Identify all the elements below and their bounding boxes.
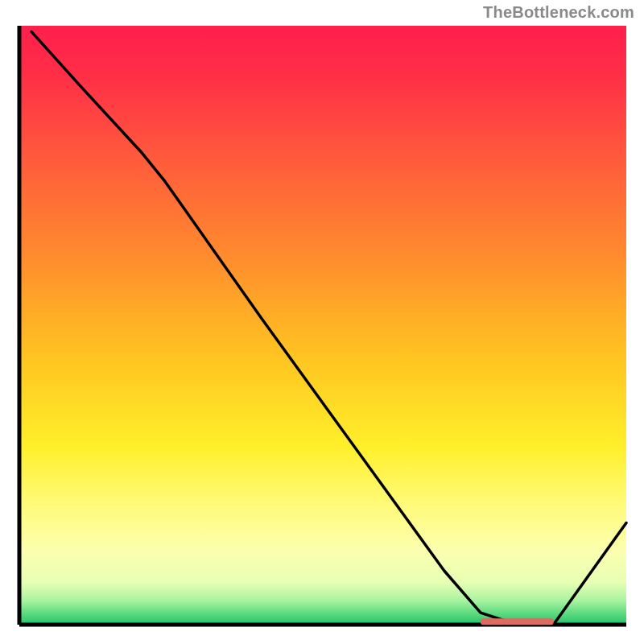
bottleneck-chart <box>16 24 628 628</box>
chart-svg <box>16 24 628 628</box>
plot-background <box>19 26 626 625</box>
optimum-marker <box>481 618 553 625</box>
attribution-text: TheBottleneck.com <box>483 3 634 22</box>
